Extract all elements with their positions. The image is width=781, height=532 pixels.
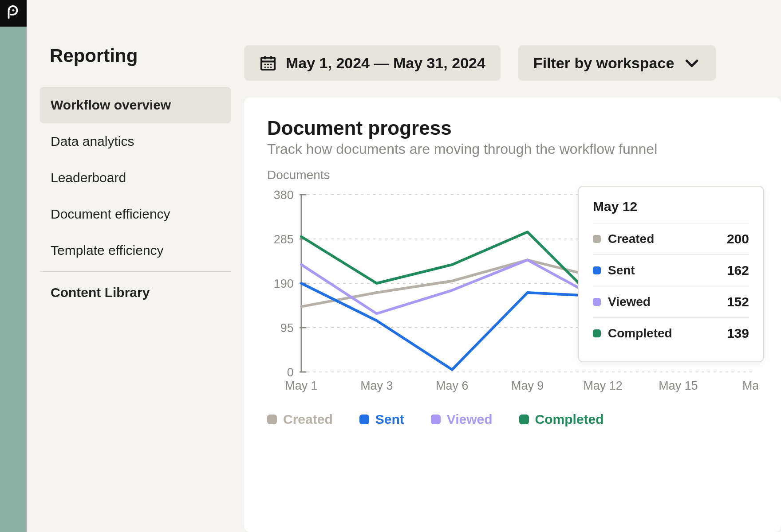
svg-text:95: 95 xyxy=(280,321,294,335)
tooltip-label: Viewed xyxy=(608,295,651,309)
tooltip-date: May 12 xyxy=(593,199,749,214)
toolbar: May 1, 2024 — May 31, 2024 Filter by wor… xyxy=(244,45,781,81)
chart-legend: CreatedSentViewedCompleted xyxy=(267,412,758,427)
nav-item-template-efficiency[interactable]: Template efficiency xyxy=(40,232,231,269)
sidebar: Reporting Workflow overview Data analyti… xyxy=(27,27,244,532)
pandadoc-logo-icon xyxy=(5,5,22,22)
legend-dot xyxy=(267,415,277,424)
legend-label: Sent xyxy=(375,412,404,427)
legend-label: Completed xyxy=(535,412,604,427)
legend-item[interactable]: Created xyxy=(267,412,333,427)
tooltip-row: Viewed152 xyxy=(593,286,749,317)
svg-text:May 9: May 9 xyxy=(511,379,544,393)
nav-item-data-analytics[interactable]: Data analytics xyxy=(40,123,231,160)
nav-item-content-library[interactable]: Content Library xyxy=(40,274,231,311)
document-progress-card: Document progress Track how documents ar… xyxy=(244,98,781,532)
svg-text:285: 285 xyxy=(274,232,294,246)
svg-text:190: 190 xyxy=(274,277,294,291)
svg-text:380: 380 xyxy=(274,190,294,202)
brand-logo xyxy=(0,0,27,27)
date-range-label: May 1, 2024 — May 31, 2024 xyxy=(286,55,485,72)
workspace-filter-label: Filter by workspace xyxy=(533,55,674,72)
svg-text:May 12: May 12 xyxy=(583,379,622,393)
window-chrome-side xyxy=(0,0,27,532)
y-axis-label: Documents xyxy=(267,168,758,182)
page-title: Reporting xyxy=(40,45,231,66)
tooltip-dot xyxy=(593,329,601,337)
svg-point-7 xyxy=(270,64,272,66)
tooltip-label: Created xyxy=(608,232,654,246)
chart: 095190285380May 1May 3May 6May 9May 12Ma… xyxy=(267,190,758,394)
chevron-down-icon xyxy=(683,54,701,72)
svg-point-6 xyxy=(267,64,269,66)
legend-dot xyxy=(519,415,529,424)
calendar-icon xyxy=(259,54,277,72)
content-area: Reporting Workflow overview Data analyti… xyxy=(27,0,781,532)
legend-label: Created xyxy=(283,412,333,427)
nav-item-document-efficiency[interactable]: Document efficiency xyxy=(40,196,231,232)
svg-point-8 xyxy=(264,66,266,68)
svg-text:May 6: May 6 xyxy=(436,379,468,393)
svg-text:May 1: May 1 xyxy=(285,379,317,393)
svg-text:May 3: May 3 xyxy=(360,379,393,393)
tooltip-row: Created200 xyxy=(593,223,749,254)
tooltip-row: Completed139 xyxy=(593,317,749,349)
card-subtitle: Track how documents are moving through t… xyxy=(267,141,758,157)
workspace-filter[interactable]: Filter by workspace xyxy=(518,45,716,81)
tooltip-value: 139 xyxy=(727,326,749,341)
svg-point-10 xyxy=(270,66,272,68)
chart-tooltip: May 12 Created200Sent162Viewed152Complet… xyxy=(578,186,764,362)
tooltip-value: 162 xyxy=(727,263,749,278)
tooltip-label: Completed xyxy=(608,326,672,340)
svg-point-9 xyxy=(267,66,269,68)
nav-divider xyxy=(40,271,231,272)
legend-item[interactable]: Completed xyxy=(519,412,604,427)
svg-text:0: 0 xyxy=(287,365,294,379)
svg-point-0 xyxy=(12,9,15,12)
legend-label: Viewed xyxy=(447,412,493,427)
card-title: Document progress xyxy=(267,117,758,139)
legend-dot xyxy=(431,415,441,424)
legend-dot xyxy=(359,415,369,424)
svg-text:May 15: May 15 xyxy=(659,379,698,393)
legend-item[interactable]: Viewed xyxy=(431,412,493,427)
tooltip-value: 152 xyxy=(727,294,749,309)
legend-item[interactable]: Sent xyxy=(359,412,404,427)
nav-item-workflow-overview[interactable]: Workflow overview xyxy=(40,87,231,123)
tooltip-dot xyxy=(593,298,601,306)
tooltip-dot xyxy=(593,266,601,274)
tooltip-row: Sent162 xyxy=(593,254,749,286)
svg-point-5 xyxy=(264,64,266,66)
tooltip-dot xyxy=(593,235,601,243)
tooltip-label: Sent xyxy=(608,263,635,278)
tooltip-value: 200 xyxy=(727,231,749,246)
main-panel: May 1, 2024 — May 31, 2024 Filter by wor… xyxy=(244,27,781,532)
svg-text:May: May xyxy=(742,379,758,393)
date-range-picker[interactable]: May 1, 2024 — May 31, 2024 xyxy=(244,45,501,81)
nav-item-leaderboard[interactable]: Leaderboard xyxy=(40,160,231,196)
